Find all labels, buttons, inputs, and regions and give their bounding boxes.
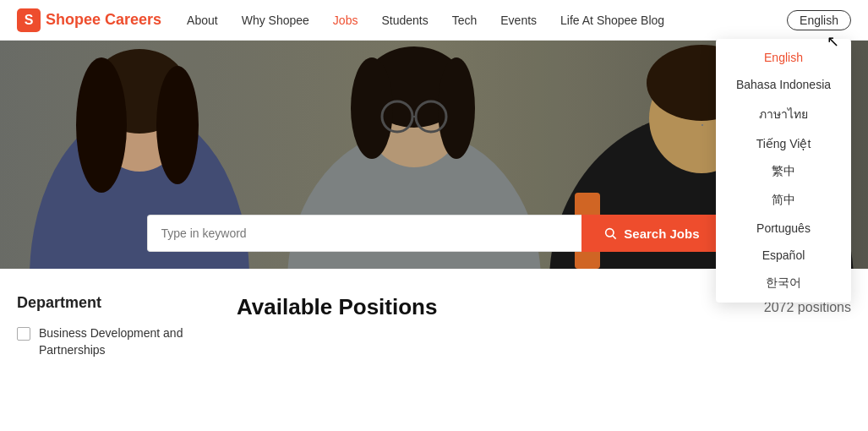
lang-option-vietnamese[interactable]: Tiếng Việt <box>716 130 851 157</box>
list-item: Business Development andPartnerships <box>17 325 203 358</box>
lang-option-bahasa[interactable]: Bahasa Indonesia <box>716 71 851 98</box>
nav-about[interactable]: About <box>187 14 218 27</box>
nav-students[interactable]: Students <box>381 14 428 27</box>
language-dropdown: English Bahasa Indonesia ภาษาไทย Tiếng V… <box>716 39 851 303</box>
search-input[interactable] <box>147 215 582 252</box>
lang-option-korean[interactable]: 한국어 <box>716 269 851 297</box>
svg-line-23 <box>613 236 616 239</box>
available-positions-title: Available Positions <box>237 294 437 320</box>
nav-tech[interactable]: Tech <box>452 14 478 27</box>
lang-option-thai[interactable]: ภาษาไทย <box>716 98 851 130</box>
search-bar: Search Jobs <box>147 215 722 252</box>
lang-option-simplified-chinese[interactable]: 简中 <box>716 186 851 215</box>
logo-icon: S <box>17 8 41 32</box>
search-icon <box>603 226 617 240</box>
nav-jobs[interactable]: Jobs <box>333 14 358 27</box>
department-checkbox-bizdev[interactable] <box>17 327 30 341</box>
positions-area: Available Positions 2072 positions <box>237 294 851 363</box>
sidebar: Department Business Development andPartn… <box>17 294 203 363</box>
lang-option-traditional-chinese[interactable]: 繁中 <box>716 157 851 186</box>
nav-events[interactable]: Events <box>500 14 537 27</box>
lang-option-english[interactable]: English <box>716 44 851 71</box>
main-nav: About Why Shopee Jobs Students Tech Even… <box>187 14 787 27</box>
department-title: Department <box>17 294 203 312</box>
language-button[interactable]: English <box>787 10 851 30</box>
logo-text: Shopee Careers <box>46 11 161 29</box>
search-jobs-button[interactable]: Search Jobs <box>581 215 721 252</box>
svg-point-22 <box>606 229 614 237</box>
nav-blog[interactable]: Life At Shopee Blog <box>560 14 664 27</box>
nav-why-shopee[interactable]: Why Shopee <box>242 14 309 27</box>
department-label-bizdev: Business Development andPartnerships <box>39 325 183 358</box>
lang-option-spanish[interactable]: Español <box>716 242 851 269</box>
lang-option-portuguese[interactable]: Português <box>716 215 851 242</box>
logo[interactable]: S Shopee Careers <box>17 8 161 32</box>
header: S Shopee Careers About Why Shopee Jobs S… <box>0 0 868 41</box>
